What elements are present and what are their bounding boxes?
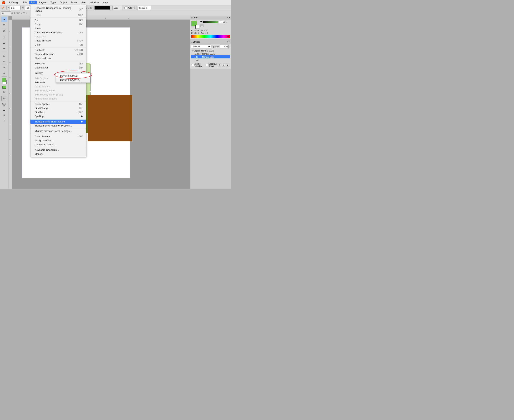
color-settings-shortcut: ⇧⌘K — [77, 135, 83, 138]
opacity-input[interactable] — [220, 45, 228, 48]
menu-transparency-blend[interactable]: Transparency Blend Space ▶ — [30, 120, 86, 124]
angle-btn1[interactable]: 0° — [1, 11, 11, 15]
menubar-type[interactable]: Type — [49, 0, 58, 4]
rect-tool[interactable]: ▭ — [1, 59, 7, 63]
effects-panel-close[interactable]: × — [229, 41, 230, 43]
fill-row[interactable]: Fill: Normal 50% — [191, 55, 230, 59]
paste-no-format-label: Paste without Formatting — [35, 31, 62, 34]
menu-spelling[interactable]: Spelling ▶ — [30, 114, 86, 118]
menu-undo[interactable]: Undo Set Transparency Blending Space ⌘Z — [30, 6, 86, 13]
menu-deselect-all[interactable]: Deselect All ⌘D — [30, 66, 86, 70]
fav-cloud-btn[interactable]: ☁ — [1, 107, 7, 112]
effects-panel-menu-icon[interactable]: ≡ — [227, 41, 228, 43]
effects-panel-header[interactable]: ◇ Effects ≡ × — [190, 40, 231, 44]
rect-brown[interactable] — [88, 95, 132, 141]
fill-box[interactable] — [2, 78, 6, 82]
menu-assign-profiles[interactable]: Assign Profiles... — [30, 138, 86, 142]
x-input[interactable] — [10, 6, 21, 10]
menu-clear[interactable]: Clear ⌫ — [30, 43, 86, 47]
menubar-help[interactable]: Help — [101, 0, 110, 4]
isolate-blending-checkbox[interactable] — [192, 64, 194, 66]
handle-tr[interactable] — [90, 63, 91, 64]
type-tool[interactable]: T — [1, 34, 7, 39]
submenu-document-rgb[interactable]: ✓ Document RGB — [56, 74, 90, 78]
pencil-tool[interactable]: ✏ — [1, 46, 7, 51]
effects-bottom: Isolate Blending Knockout Group ✎ fx 🗑 — [191, 62, 230, 68]
color-panel-header[interactable]: ◇ Color ≡ × — [190, 16, 231, 20]
menu-paste-in-place[interactable]: Paste in Place ⇧⌥V — [30, 38, 86, 43]
menubar-file[interactable]: File — [21, 0, 29, 4]
menu-color-settings[interactable]: Color Settings... ⇧⌘K — [30, 135, 86, 138]
menu-cut[interactable]: Cut ⌘X — [30, 18, 86, 22]
effects-delete-icon[interactable]: 🗑 — [226, 63, 229, 67]
t-label1: T — [200, 21, 202, 23]
menu-find-similar[interactable]: Find Similar Images — [30, 97, 86, 101]
knockout-group-checkbox[interactable] — [206, 64, 208, 66]
menubar-indesign[interactable]: InDesign — [8, 0, 21, 4]
handle-mr[interactable] — [90, 91, 91, 92]
menu-find-change[interactable]: Find/Change... ⌘F — [30, 106, 86, 110]
autofit-checkbox[interactable] — [125, 7, 127, 9]
undo-label: Undo Set Transparency Blending Space — [35, 7, 75, 12]
fav-dl-btn[interactable]: ⬇ — [1, 112, 7, 118]
submenu-document-cmyk[interactable]: Document CMYK — [56, 78, 90, 82]
menubar-table[interactable]: Table — [69, 0, 78, 4]
bg-color-swatch[interactable] — [195, 25, 199, 29]
menu-place-link[interactable]: Place and Link — [30, 56, 86, 60]
menu-quick-apply[interactable]: Quick Apply... ⌘↩ — [30, 102, 86, 106]
fav-up-btn[interactable]: ⬆ — [1, 118, 7, 123]
menubar-layout[interactable]: Layout — [37, 0, 48, 4]
object-value: Normal 100% — [201, 50, 229, 52]
apple-icon[interactable]: 🍎 — [1, 0, 5, 4]
menu-keyboard-shortcuts[interactable]: Keyboard Shortcuts... — [30, 148, 86, 152]
color-spectrum-bar[interactable] — [191, 35, 230, 38]
menubar-edit[interactable]: Edit — [29, 0, 37, 4]
menu-step-repeat[interactable]: Step and Repeat... ⌥⌘U — [30, 52, 86, 56]
menu-select-all[interactable]: Select All ⌘A — [30, 61, 86, 66]
color-panel-menu-icon[interactable]: ≡ — [227, 17, 228, 19]
menu-convert-profile[interactable]: Convert to Profile... — [30, 142, 86, 147]
color-panel-close[interactable]: × — [229, 17, 230, 19]
gap-tool[interactable]: ⊞ — [1, 29, 7, 34]
t-slider[interactable] — [203, 21, 218, 23]
apply-color-btn[interactable] — [2, 86, 6, 89]
scissor-tool[interactable]: ✂ — [1, 65, 7, 70]
fill-label: Fill: — [194, 56, 202, 58]
select-tool[interactable]: ▲ — [1, 17, 7, 22]
menubar-window[interactable]: Window — [88, 0, 100, 4]
opacity-arrow[interactable]: › — [229, 45, 230, 48]
menu-menus[interactable]: Menus... — [30, 152, 86, 156]
menu-paste-without-formatting[interactable]: Paste without Formatting ⇧⌘V — [30, 30, 86, 35]
pen-tool[interactable]: ✒ — [1, 41, 7, 46]
menu-duplicate[interactable]: Duplicate ⌥⇧⌘D — [30, 48, 86, 52]
menu-migrate[interactable]: Migrate previous Local Settings... — [30, 129, 86, 133]
t-value-input[interactable] — [219, 21, 225, 24]
menu-edit-story[interactable]: Edit in Story Editor — [30, 89, 86, 93]
menu-transparency-flat[interactable]: Transparency Flattener Presets... — [30, 124, 86, 128]
width-input[interactable] — [138, 6, 151, 10]
apply-gradient-btn[interactable]: ◫ — [1, 89, 7, 94]
menu-paste-into[interactable]: Paste Into — [30, 35, 86, 38]
preview-btn[interactable]: W — [1, 96, 7, 101]
effects-fx-icon[interactable]: fx — [222, 63, 225, 67]
stroke-row[interactable]: Stroke: Normal 100% — [191, 52, 230, 55]
duplicate-shortcut: ⌥⇧⌘D — [74, 49, 83, 52]
menu-go-to-source[interactable]: Go To Source — [30, 84, 86, 89]
keyboard-shortcuts-label: Keyboard Shortcuts... — [35, 149, 59, 151]
menu-redo[interactable]: Redo ⇧⌘Z — [30, 13, 86, 17]
menu-edit-copy[interactable]: Edit in Copy Editor (Beta) — [30, 93, 86, 97]
text-row[interactable]: Text: — [191, 59, 230, 61]
direct-select-tool[interactable]: ⊳ — [1, 22, 7, 27]
zoom-btn[interactable]: 50% — [112, 6, 122, 10]
eraser-tool[interactable]: ◻ — [1, 53, 7, 58]
stroke-color-swatch[interactable] — [95, 6, 110, 10]
menu-copy[interactable]: Copy ⌘C — [30, 22, 86, 26]
menu-paste[interactable]: Paste — [30, 26, 86, 30]
gradient-tool[interactable]: ◈ — [1, 71, 7, 75]
menubar-view[interactable]: View — [79, 0, 88, 4]
menubar-object[interactable]: Object — [58, 0, 69, 4]
menu-find-next[interactable]: Find Next ⌥⌘F — [30, 110, 86, 114]
effects-edit-icon[interactable]: ✎ — [218, 63, 221, 67]
object-row[interactable]: ▾ Object: Normal 100% — [191, 49, 230, 52]
blend-mode-select[interactable]: Normal Multiply Screen Overlay — [191, 45, 211, 48]
